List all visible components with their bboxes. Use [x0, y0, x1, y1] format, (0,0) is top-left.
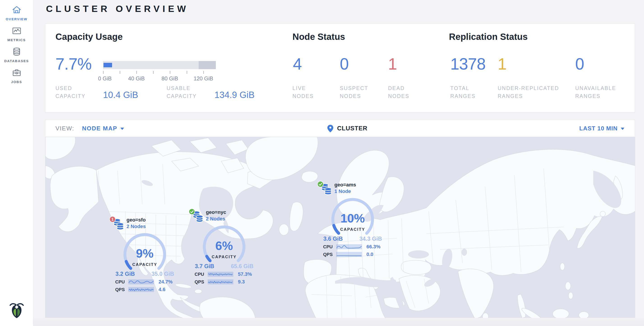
locality-name: geo=sfo	[126, 217, 178, 223]
sidebar-item-databases[interactable]: DATABASES	[0, 42, 33, 63]
sidebar-item-metrics[interactable]: METRICS	[0, 21, 33, 42]
map-toolbar: VIEW: NODE MAP CLUSTER LAST 10 MIN	[45, 120, 635, 137]
locality-nyc[interactable]: geo=nyc 2 Nodes 6% CAPACITY 3.7 GiB 65.6…	[192, 208, 257, 285]
healthy-check-icon	[317, 181, 324, 187]
page-title: CLUSTER OVERVIEW	[46, 3, 189, 14]
total-capacity: 35.0 GiB	[152, 271, 174, 277]
capacity-gauge: 10% CAPACITY	[321, 195, 384, 239]
healthy-check-icon	[189, 208, 195, 215]
qps-label: QPS	[323, 252, 336, 257]
locality-nodes: 2 Nodes	[206, 216, 257, 222]
unavailable-ranges-value: 0	[575, 55, 584, 73]
svg-text:6%: 6%	[215, 239, 233, 252]
replication-status-title: Replication Status	[449, 32, 528, 42]
cpu-sparkline	[128, 279, 154, 284]
cpu-value: 66.3%	[366, 244, 380, 250]
sidebar-item-label: JOBS	[0, 80, 33, 84]
view-label: VIEW:	[56, 120, 74, 137]
sidebar-item-label: OVERVIEW	[0, 17, 33, 21]
used-capacity: 3.6 GiB	[323, 235, 343, 242]
cpu-label: CPU	[194, 272, 208, 277]
svg-text:CAPACITY: CAPACITY	[212, 255, 237, 259]
world-map[interactable]: 1 geo=sfo 2 Nodes 9% CAPACITY 3.2 GiB 35	[45, 137, 635, 318]
capacity-bar-track	[103, 61, 216, 69]
live-nodes-label: LIVE NODES	[292, 84, 314, 100]
capacity-usage-percent: 7.7%	[56, 55, 92, 73]
capacity-bar-reserved	[199, 61, 216, 69]
usable-capacity-value: 134.9 GiB	[214, 90, 254, 100]
map-pin-icon	[327, 125, 334, 133]
cpu-label: CPU	[115, 279, 128, 285]
jobs-icon	[12, 68, 22, 78]
axis-tick-label: 80 GiB	[162, 75, 178, 82]
used-capacity-value: 10.4 GiB	[103, 90, 138, 100]
home-icon	[12, 5, 22, 15]
node-status-title: Node Status	[292, 32, 345, 42]
svg-text:9%: 9%	[136, 247, 154, 260]
qps-label: QPS	[115, 287, 128, 292]
breadcrumb[interactable]: CLUSTER	[327, 120, 368, 137]
qps-label: QPS	[194, 279, 208, 285]
live-nodes-value: 4	[293, 55, 302, 73]
used-capacity: 3.7 GiB	[195, 263, 214, 270]
total-ranges-value: 1378	[450, 55, 486, 73]
qps-value: 9.3	[238, 279, 245, 285]
locality-nodes: 1 Node	[334, 188, 385, 194]
under-replicated-ranges-value: 1	[498, 55, 506, 73]
qps-value: 0.0	[366, 251, 374, 257]
breadcrumb-cluster: CLUSTER	[337, 125, 368, 132]
total-ranges-label: TOTAL RANGES	[450, 84, 476, 100]
chevron-down-icon	[621, 128, 624, 130]
axis-tick-label: 40 GiB	[128, 75, 144, 82]
cpu-sparkline	[336, 244, 362, 249]
view-dropdown[interactable]: NODE MAP	[82, 120, 124, 137]
suspect-nodes-value: 0	[340, 55, 348, 73]
suspect-nodes-label: SUSPECT NODES	[340, 84, 368, 100]
under-replicated-ranges-label: UNDER-REPLICATED RANGES	[498, 84, 559, 100]
chevron-down-icon	[120, 128, 124, 130]
capacity-bar: 0 GiB 40 GiB 80 GiB 120 GiB	[103, 61, 216, 69]
cockroach-bug-icon	[7, 300, 26, 320]
cockroachdb-logo	[0, 300, 33, 321]
cpu-value: 24.7%	[158, 279, 172, 285]
node-map-panel: VIEW: NODE MAP CLUSTER LAST 10 MIN	[45, 120, 635, 318]
locality-name: geo=nyc	[206, 209, 257, 216]
total-capacity: 65.6 GiB	[231, 263, 254, 270]
unavailable-ranges-label: UNAVAILABLE RANGES	[575, 84, 616, 100]
sidebar: OVERVIEW METRICS DATABASES JOBS	[0, 0, 33, 326]
dead-nodes-value: 1	[388, 55, 397, 73]
sidebar-item-jobs[interactable]: JOBS	[0, 63, 33, 84]
time-range-dropdown[interactable]: LAST 10 MIN	[579, 120, 624, 137]
capacity-bar-fill	[104, 63, 112, 67]
axis-tick-label: 120 GiB	[194, 75, 213, 82]
qps-value: 4.6	[158, 287, 166, 293]
qps-sparkline	[128, 287, 154, 292]
cluster-summary-panel: Capacity Usage 7.7% 0 GiB 40 GiB 80 GiB …	[45, 23, 635, 113]
metrics-icon	[12, 26, 22, 36]
sidebar-item-label: DATABASES	[0, 59, 33, 63]
svg-text:CAPACITY: CAPACITY	[132, 262, 158, 267]
capacity-gauge: 9% CAPACITY	[113, 231, 176, 274]
databases-icon	[12, 47, 22, 57]
usable-capacity-label: USABLE CAPACITY	[167, 84, 197, 100]
cpu-value: 57.3%	[238, 271, 252, 277]
locality-ams[interactable]: geo=ams 1 Node 10% CAPACITY 3.6 GiB 34.3…	[320, 181, 385, 257]
capacity-gauge: 6% CAPACITY	[192, 223, 256, 266]
cpu-label: CPU	[323, 244, 336, 249]
page-bottom-strip	[0, 318, 644, 326]
used-capacity-label: USED CAPACITY	[56, 84, 86, 100]
qps-sparkline	[208, 279, 234, 284]
dead-node-badge: 1	[109, 216, 116, 222]
dead-nodes-label: DEAD NODES	[388, 84, 409, 100]
sidebar-item-overview[interactable]: OVERVIEW	[0, 0, 33, 21]
total-capacity: 34.3 GiB	[360, 235, 382, 242]
svg-text:10%: 10%	[340, 211, 365, 225]
sidebar-item-label: METRICS	[0, 38, 33, 42]
locality-sfo[interactable]: 1 geo=sfo 2 Nodes 9% CAPACITY 3.2 GiB 35	[112, 216, 178, 293]
used-capacity: 3.2 GiB	[116, 271, 135, 277]
capacity-usage-title: Capacity Usage	[56, 32, 123, 42]
svg-text:CAPACITY: CAPACITY	[340, 227, 365, 232]
locality-nodes: 2 Nodes	[126, 223, 178, 230]
cpu-sparkline	[208, 272, 234, 277]
locality-name: geo=ams	[334, 181, 385, 188]
